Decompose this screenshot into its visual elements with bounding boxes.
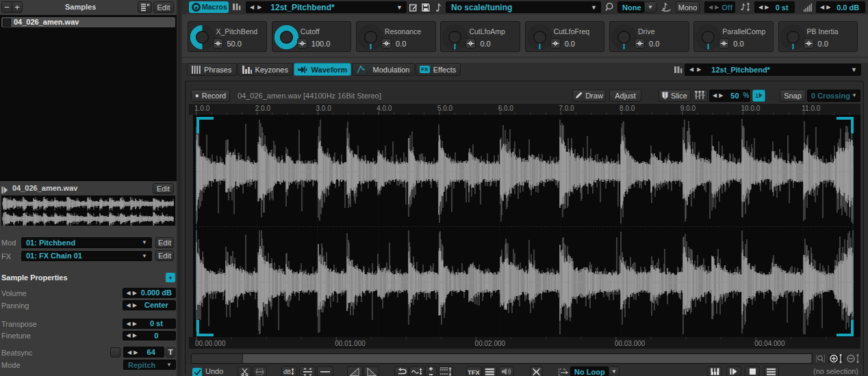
svg-text:dB: dB (283, 368, 291, 375)
svg-text:1: 1 (755, 92, 758, 99)
svg-text:TFX: TFX (468, 368, 481, 375)
